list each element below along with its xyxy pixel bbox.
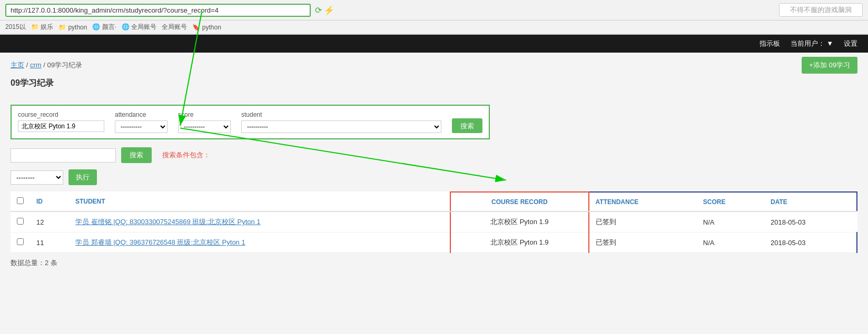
cell-date: 2018-05-03: [764, 211, 857, 232]
cell-score: N/A: [697, 232, 764, 253]
cell-checkbox: [11, 211, 30, 232]
filter-score: score ----------: [178, 111, 231, 133]
settings-link[interactable]: 设置: [844, 39, 857, 48]
filter-score-select[interactable]: ----------: [178, 120, 231, 133]
admin-header: 指示板 当前用户： ▼ 设置: [0, 35, 868, 53]
bookmark-account1[interactable]: 🌐 全局账号: [122, 23, 156, 32]
student-link[interactable]: 学员 崔缙铭 |QQ: 8300330075245869 班级:北京校区 Pyt…: [75, 218, 261, 226]
filter-attendance-select[interactable]: ----------: [115, 120, 167, 133]
cell-student: 学员 郑睿墙 |QQ: 396376726548 班级:北京校区 Pyton 1: [69, 232, 450, 253]
filter-course-record-label: course_record: [18, 111, 104, 118]
cell-attendance: 已签到: [589, 211, 697, 232]
bookmark-entertainment[interactable]: 📁 娱乐: [31, 23, 53, 32]
filter-attendance-label: attendance: [115, 111, 167, 118]
th-date: DATE: [764, 192, 857, 211]
filter-course-record: course_record: [18, 111, 104, 133]
url-input[interactable]: [5, 4, 311, 17]
filter-attendance: attendance ----------: [115, 111, 167, 133]
main-content: 主页 / crm / 09学习纪录 09学习纪录 +添加 09学习 course…: [0, 53, 868, 276]
breadcrumb-crm[interactable]: crm: [30, 61, 42, 69]
bookmark-2015[interactable]: 2015以: [5, 23, 26, 32]
browser-icons: ⟳ ⚡: [315, 5, 334, 15]
dropdown-icon[interactable]: ▼: [826, 39, 833, 47]
search-conditions: 搜索条件包含：: [162, 150, 210, 160]
bookmark-python2[interactable]: 🔖 python: [192, 24, 221, 31]
filter-student: student ----------: [241, 111, 441, 133]
bookmark-python[interactable]: 📁 python: [58, 24, 87, 31]
cell-date: 2018-05-03: [764, 232, 857, 253]
breadcrumb-current: 09学习纪录: [47, 61, 82, 69]
cell-id: 12: [30, 211, 69, 232]
search-row: 搜索 搜索条件包含：: [11, 147, 857, 163]
bookmark-yan[interactable]: 🌐 颜言·: [92, 23, 116, 32]
search-button[interactable]: 搜索: [121, 147, 152, 163]
action-row: -------- 执行: [11, 169, 857, 185]
current-user-label: 当前用户： ▼: [791, 39, 834, 48]
search-input[interactable]: [11, 148, 116, 163]
add-button[interactable]: +添加 09学习: [802, 57, 857, 74]
filter-score-label: score: [178, 111, 231, 118]
url-bar: ⟳ ⚡ 不得不服的游戏脑洞: [0, 0, 868, 21]
row-checkbox[interactable]: [17, 238, 24, 245]
cell-id: 11: [30, 232, 69, 253]
breadcrumb: 主页 / crm / 09学习纪录: [11, 60, 857, 70]
cell-attendance: 已签到: [589, 232, 697, 253]
cell-course-record: 北京校区 Pyton 1.9: [450, 232, 589, 253]
cell-checkbox: [11, 232, 30, 253]
table-row: 12 学员 崔缙铭 |QQ: 8300330075245869 班级:北京校区 …: [11, 211, 857, 232]
th-checkbox: [11, 192, 30, 211]
filter-search-btn[interactable]: 搜索: [452, 118, 482, 133]
th-student: STUDENT: [69, 192, 450, 211]
cell-course-record: 北京校区 Pyton 1.9: [450, 211, 589, 232]
cell-score: N/A: [697, 211, 764, 232]
bookmark-account2[interactable]: 全局账号: [162, 23, 187, 32]
cell-student: 学员 崔缙铭 |QQ: 8300330075245869 班级:北京校区 Pyt…: [69, 211, 450, 232]
student-link[interactable]: 学员 郑睿墙 |QQ: 396376726548 班级:北京校区 Pyton 1: [75, 238, 245, 246]
breadcrumb-home[interactable]: 主页: [11, 61, 24, 69]
dashboard-link[interactable]: 指示板: [760, 39, 780, 48]
th-course-record: COURSE RECORD: [450, 192, 589, 211]
filter-student-select[interactable]: ----------: [241, 120, 441, 133]
select-all-checkbox[interactable]: [17, 197, 24, 204]
execute-button[interactable]: 执行: [68, 169, 97, 185]
action-select[interactable]: --------: [11, 170, 63, 185]
th-attendance: ATTENDANCE: [589, 192, 697, 211]
filter-course-record-input[interactable]: [18, 120, 104, 132]
search-box: 不得不服的游戏脑洞: [779, 3, 863, 17]
filter-student-label: student: [241, 111, 441, 118]
filter-section: course_record attendance ---------- scor…: [11, 105, 490, 139]
row-checkbox[interactable]: [17, 218, 24, 225]
th-score: SCORE: [697, 192, 764, 211]
page-title: 09学习纪录: [11, 78, 54, 89]
th-id: ID: [30, 192, 69, 211]
bookmarks-bar: 2015以 📁 娱乐 📁 python 🌐 颜言· 🌐 全局账号 全局账号 🔖 …: [0, 21, 868, 34]
total-count: 数据总量：2 条: [11, 258, 857, 268]
data-table: ID STUDENT COURSE RECORD ATTENDANCE SCOR…: [11, 191, 857, 253]
table-row: 11 学员 郑睿墙 |QQ: 396376726548 班级:北京校区 Pyto…: [11, 232, 857, 253]
